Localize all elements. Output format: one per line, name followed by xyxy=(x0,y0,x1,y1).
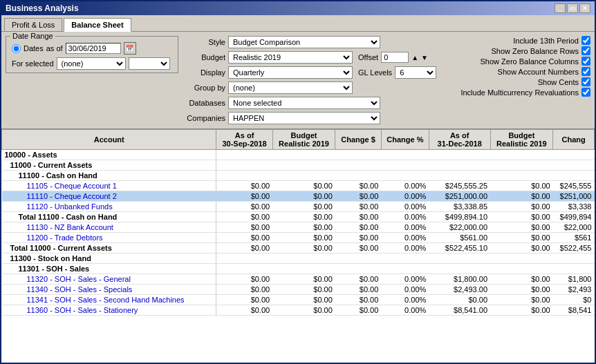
cell-value xyxy=(490,171,553,181)
account-link[interactable]: 11360 - SOH - Sales - Stationery xyxy=(27,306,138,314)
cell-value xyxy=(381,171,429,181)
right-controls: Include 13th Period Show Zero Balance Ro… xyxy=(452,36,590,124)
account-numbers-checkbox[interactable] xyxy=(581,67,590,76)
cell-value: $0.00 xyxy=(335,243,382,253)
zero-balance-rows-label: Show Zero Balance Rows xyxy=(491,47,579,55)
minimize-button[interactable]: _ xyxy=(555,3,566,13)
include-13th-checkbox[interactable] xyxy=(581,36,590,45)
cell-value: $0.00 xyxy=(272,295,335,305)
display-dropdown[interactable]: Quarterly xyxy=(228,66,353,79)
show-cents-checkbox[interactable] xyxy=(581,77,590,86)
multicurrency-checkbox[interactable] xyxy=(581,88,590,97)
cell-value: $0.00 xyxy=(216,191,272,202)
table-row[interactable]: 11130 - NZ Bank Account$0.00$0.00$0.000.… xyxy=(2,222,595,233)
gl-levels-dropdown[interactable]: 6 xyxy=(395,66,436,79)
account-link[interactable]: 11200 - Trade Debtors xyxy=(27,233,103,242)
table-row[interactable]: 11300 - Stock on Hand xyxy=(2,253,595,264)
databases-row: Databases None selected xyxy=(184,97,447,109)
cell-value: $0.00 xyxy=(490,305,553,316)
offset-input[interactable] xyxy=(381,52,409,63)
account-link[interactable]: 11341 - SOH - Sales - Second Hand Machin… xyxy=(27,296,185,304)
table-row[interactable]: 11120 - Unbanked Funds$0.00$0.00$0.000.0… xyxy=(2,202,595,212)
cell-value: 0.00% xyxy=(381,222,429,233)
table-row[interactable]: 11320 - SOH - Sales - General$0.00$0.00$… xyxy=(2,274,595,285)
account-name: 10000 - Assets xyxy=(5,151,57,159)
cell-value: $251,000 xyxy=(553,191,595,202)
tab-profit-loss[interactable]: Profit & Loss xyxy=(4,18,62,31)
table-row[interactable]: 11360 - SOH - Sales - Stationery$0.00$0.… xyxy=(2,305,595,316)
zero-balance-rows-checkbox[interactable] xyxy=(581,46,590,55)
offset-up-btn[interactable]: ▲ xyxy=(411,54,418,61)
style-label: Style xyxy=(184,38,225,46)
cell-value: $0.00 xyxy=(335,305,382,316)
cell-value xyxy=(272,160,335,171)
col-change-extra-header: Chang xyxy=(553,130,595,150)
dates-radio[interactable] xyxy=(12,44,21,53)
account-link[interactable]: 11320 - SOH - Sales - General xyxy=(27,275,131,283)
table-row[interactable]: 10000 - Assets xyxy=(2,150,595,160)
table-row[interactable]: Total 11100 - Cash on Hand$0.00$0.00$0.0… xyxy=(2,212,595,222)
cell-value: 0.00% xyxy=(381,233,429,243)
table-row[interactable]: 11110 - Cheque Account 2$0.00$0.00$0.000… xyxy=(2,191,595,202)
zero-balance-cols-checkbox[interactable] xyxy=(581,57,590,66)
cell-value: $0.00 xyxy=(216,222,272,233)
gl-levels-label: GL Levels xyxy=(358,68,392,77)
cell-value: $0.00 xyxy=(490,295,553,305)
groupby-dropdown[interactable]: (none) xyxy=(228,82,353,94)
check-include-13th: Include 13th Period xyxy=(452,36,590,45)
close-button[interactable]: ✕ xyxy=(579,3,590,13)
cell-value: $0.00 xyxy=(272,191,335,202)
table-row[interactable]: 11105 - Cheque Account 1$0.00$0.00$0.000… xyxy=(2,181,595,191)
table-row[interactable]: 11301 - SOH - Sales xyxy=(2,264,595,274)
budget-dropdown[interactable]: Realistic 2019 xyxy=(228,51,353,64)
cell-value: $0.00 xyxy=(216,233,272,243)
cell-value xyxy=(429,264,490,274)
companies-row: Companies HAPPEN xyxy=(184,112,447,124)
account-link[interactable]: 11120 - Unbanked Funds xyxy=(27,202,113,211)
cell-value: $22,000.00 xyxy=(429,222,490,233)
tab-balance-sheet[interactable]: Balance Sheet xyxy=(64,18,131,32)
account-link[interactable]: 11110 - Cheque Account 2 xyxy=(27,192,117,200)
companies-dropdown[interactable]: HAPPEN xyxy=(228,112,380,124)
account-link[interactable]: 11105 - Cheque Account 1 xyxy=(27,182,117,190)
cell-value: $0.00 xyxy=(335,222,382,233)
cell-value: $3,338.85 xyxy=(429,202,490,212)
for-selected-dropdown[interactable]: (none) xyxy=(57,57,126,70)
cell-value xyxy=(335,171,382,181)
cell-value: 0.00% xyxy=(381,274,429,285)
style-row: Style Budget Comparison xyxy=(184,36,447,48)
restore-button[interactable]: ▭ xyxy=(567,3,578,13)
account-link[interactable]: 11130 - NZ Bank Account xyxy=(27,223,113,231)
cell-value: $0.00 xyxy=(490,243,553,253)
cell-value: $0.00 xyxy=(490,212,553,222)
cell-value: $0.00 xyxy=(490,222,553,233)
offset-down-btn[interactable]: ▼ xyxy=(421,54,428,61)
multicurrency-label: Include Multicurrency Revaluations xyxy=(460,88,579,97)
cell-value xyxy=(381,150,429,160)
check-multicurrency: Include Multicurrency Revaluations xyxy=(452,88,590,97)
cell-value: $0.00 xyxy=(429,295,490,305)
cell-value xyxy=(429,160,490,171)
cell-value: $561 xyxy=(553,233,595,243)
for-selected-extra-dropdown[interactable] xyxy=(129,57,170,70)
table-row[interactable]: 11341 - SOH - Sales - Second Hand Machin… xyxy=(2,295,595,305)
table-row[interactable]: 11100 - Cash on Hand xyxy=(2,171,595,181)
cell-value: $0.00 xyxy=(272,212,335,222)
table-row[interactable]: 11200 - Trade Debtors$0.00$0.00$0.000.00… xyxy=(2,233,595,243)
cell-value xyxy=(429,150,490,160)
data-table: Account As of30-Sep-2018 BudgetRealistic… xyxy=(1,129,595,316)
calendar-button[interactable]: 📅 xyxy=(124,42,136,55)
companies-label: Companies xyxy=(184,114,225,122)
databases-dropdown[interactable]: None selected xyxy=(228,97,380,109)
data-table-container[interactable]: Account As of30-Sep-2018 BudgetRealistic… xyxy=(1,129,595,363)
cell-value: $0.00 xyxy=(335,191,382,202)
controls-area: Date Range Dates as of 📅 For selected (n… xyxy=(1,32,595,129)
style-dropdown[interactable]: Budget Comparison xyxy=(228,36,380,48)
table-row[interactable]: 11340 - SOH - Sales - Specials$0.00$0.00… xyxy=(2,285,595,295)
table-row[interactable]: 11000 - Current Assets xyxy=(2,160,595,171)
date-input[interactable] xyxy=(66,43,121,54)
account-link[interactable]: 11340 - SOH - Sales - Specials xyxy=(27,285,133,294)
table-row[interactable]: Total 11000 - Current Assets$0.00$0.00$0… xyxy=(2,243,595,253)
cell-value: $3,338 xyxy=(553,202,595,212)
col-asof-sep-header: As of30-Sep-2018 xyxy=(216,130,272,150)
